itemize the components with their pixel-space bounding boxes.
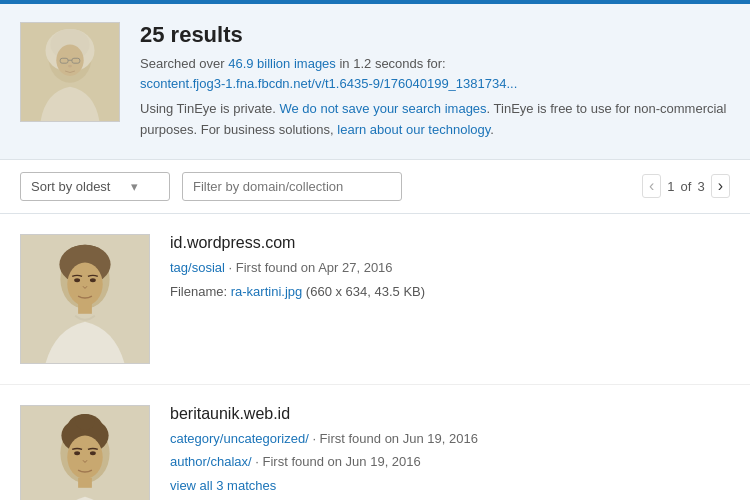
- controls-bar: Sort by oldest ▾ ‹ 1 of 3 ›: [0, 160, 750, 214]
- filename-link-1[interactable]: ra-kartini.jpg: [231, 284, 303, 299]
- svg-rect-16: [78, 304, 92, 314]
- page-total: 3: [697, 179, 704, 194]
- result-tag-suffix-2b: · First found on Jun 19, 2016: [252, 454, 421, 469]
- result-tag-1[interactable]: tag/sosial: [170, 260, 225, 275]
- svg-point-15: [90, 278, 96, 282]
- svg-point-23: [74, 451, 80, 455]
- privacy-note: Using TinEye is private. We do not save …: [140, 99, 730, 141]
- result-tag-suffix-1: · First found on Apr 27, 2016: [225, 260, 393, 275]
- result-tag-suffix-2a: · First found on Jun 19, 2016: [309, 431, 478, 446]
- result-meta-2b: author/chalax/ · First found on Jun 19, …: [170, 452, 730, 473]
- results-count: 25 results: [140, 22, 730, 48]
- filter-input[interactable]: [182, 172, 402, 201]
- svg-point-13: [67, 262, 102, 305]
- result-tag-2a[interactable]: category/uncategorized/: [170, 431, 309, 446]
- search-url-link[interactable]: scontent.fjog3-1.fna.fbcdn.net/v/t1.6435…: [140, 76, 517, 91]
- result-domain-2: beritaunik.web.id: [170, 405, 730, 423]
- header-section: 25 results Searched over 46.9 billion im…: [0, 4, 750, 160]
- result-thumbnail-2: [20, 405, 150, 500]
- svg-point-14: [74, 278, 80, 282]
- result-item-2: beritaunik.web.id category/uncategorized…: [0, 385, 750, 500]
- result-meta-1: tag/sosial · First found on Apr 27, 2016: [170, 258, 730, 279]
- no-save-link[interactable]: We do not save your search images: [279, 101, 486, 116]
- search-meta-prefix: Searched over: [140, 56, 228, 71]
- result-info-1: id.wordpress.com tag/sosial · First foun…: [170, 234, 730, 300]
- svg-point-8: [68, 65, 72, 68]
- result-item: id.wordpress.com tag/sosial · First foun…: [0, 214, 750, 385]
- result-filename-1: Filename: ra-kartini.jpg (660 x 634, 43.…: [170, 284, 730, 299]
- page-current: 1: [667, 179, 674, 194]
- result-domain-1: id.wordpress.com: [170, 234, 730, 252]
- privacy-text-3: .: [490, 122, 494, 137]
- sort-chevron-icon: ▾: [131, 179, 138, 194]
- images-count-link[interactable]: 46.9 billion images: [228, 56, 336, 71]
- result-view-all: view all 3 matches: [170, 476, 730, 497]
- next-page-button[interactable]: ›: [711, 174, 730, 198]
- sort-select[interactable]: Sort by oldest ▾: [20, 172, 170, 201]
- learn-tech-link[interactable]: learn about our technology: [337, 122, 490, 137]
- page-of-label: of: [681, 179, 692, 194]
- pagination: ‹ 1 of 3 ›: [642, 174, 730, 198]
- result-info-2: beritaunik.web.id category/uncategorized…: [170, 405, 730, 500]
- sort-label: Sort by oldest: [31, 179, 111, 194]
- svg-rect-25: [78, 478, 92, 488]
- query-image: [20, 22, 120, 122]
- prev-page-button[interactable]: ‹: [642, 174, 661, 198]
- result-thumbnail-1: [20, 234, 150, 364]
- header-info: 25 results Searched over 46.9 billion im…: [140, 22, 730, 141]
- svg-point-21: [75, 414, 95, 430]
- result-tag-2b[interactable]: author/chalax/: [170, 454, 252, 469]
- filename-dims-1: (660 x 634, 43.5 KB): [302, 284, 425, 299]
- privacy-text-1: Using TinEye is private.: [140, 101, 279, 116]
- filename-label-1: Filename:: [170, 284, 231, 299]
- result-meta-2a: category/uncategorized/ · First found on…: [170, 429, 730, 450]
- svg-point-24: [90, 451, 96, 455]
- search-meta: Searched over 46.9 billion images in 1.2…: [140, 54, 730, 93]
- results-list: id.wordpress.com tag/sosial · First foun…: [0, 214, 750, 500]
- view-all-link[interactable]: view all 3 matches: [170, 478, 276, 493]
- search-meta-mid: in 1.2 seconds for:: [336, 56, 446, 71]
